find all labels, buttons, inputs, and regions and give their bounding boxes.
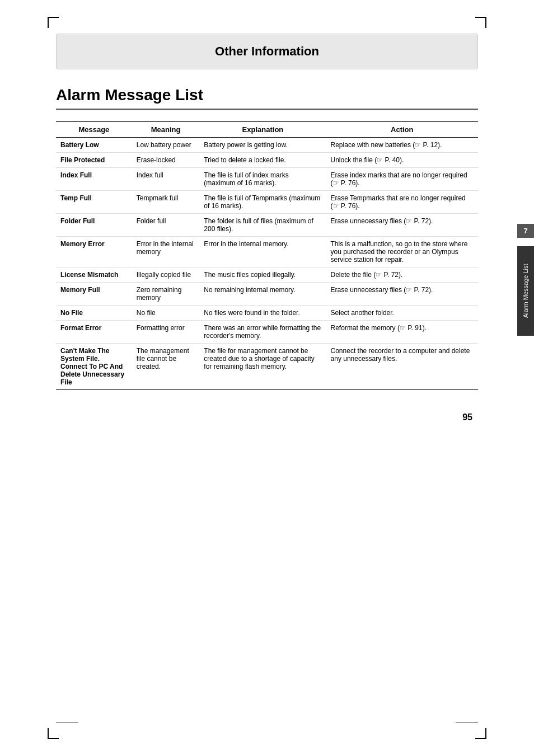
cell-message: Format Error	[56, 321, 132, 344]
page-container: 7 Alarm Message List Other Information A…	[0, 0, 534, 756]
cell-explanation: The folder is full of files (maximum of …	[199, 214, 326, 237]
cell-action: Replace with new batteries (☞ P. 12).	[326, 138, 478, 153]
cell-explanation: The music files copied illegally.	[199, 267, 326, 283]
cell-action: Erase index marks that are no longer req…	[326, 168, 478, 191]
cell-message: Memory Error	[56, 237, 132, 267]
cell-meaning: Illegally copied file	[132, 267, 200, 283]
corner-mark-tl	[48, 17, 59, 28]
cell-action: Erase unnecessary files (☞ P. 72).	[326, 214, 478, 237]
cell-action: Erase Tempmarks that are no longer requi…	[326, 191, 478, 214]
cell-meaning: The management file cannot be created.	[132, 344, 200, 390]
table-row: File ProtectedErase-lockedTried to delet…	[56, 153, 478, 168]
corner-mark-br	[475, 728, 486, 739]
cell-message: Folder Full	[56, 214, 132, 237]
cell-message: File Protected	[56, 153, 132, 168]
col-header-explanation: Explanation	[199, 122, 326, 138]
table-row: Memory ErrorError in the internal memory…	[56, 237, 478, 267]
bottom-line-left	[56, 722, 78, 722]
cell-meaning: Error in the internal memory	[132, 237, 200, 267]
cell-message: License Mismatch	[56, 267, 132, 283]
cell-action: Erase unnecessary files (☞ P. 72).	[326, 283, 478, 306]
cell-action: Delete the file (☞ P. 72).	[326, 267, 478, 283]
cell-explanation: Battery power is getting low.	[199, 138, 326, 153]
cell-meaning: Index full	[132, 168, 200, 191]
cell-action: Connect the recorder to a computer and d…	[326, 344, 478, 390]
cell-meaning: Zero remaining memory	[132, 283, 200, 306]
table-header-row: Message Meaning Explanation Action	[56, 122, 478, 138]
bottom-line-right	[456, 722, 478, 722]
cell-action: Reformat the memory (☞ P. 91).	[326, 321, 478, 344]
cell-message: Memory Full	[56, 283, 132, 306]
chapter-number: 7	[517, 224, 534, 238]
cell-message: Index Full	[56, 168, 132, 191]
cell-message: Can't Make The System File. Connect To P…	[56, 344, 132, 390]
table-row: Temp FullTempmark fullThe file is full o…	[56, 191, 478, 214]
alarm-table: Message Meaning Explanation Action Batte…	[56, 121, 478, 390]
main-content: Other Information Alarm Message List Mes…	[56, 11, 478, 422]
cell-explanation: No remaining internal memory.	[199, 283, 326, 306]
cell-meaning: Erase-locked	[132, 153, 200, 168]
table-row: Index FullIndex fullThe file is full of …	[56, 168, 478, 191]
cell-action: Select another folder.	[326, 306, 478, 321]
cell-meaning: Low battery power	[132, 138, 200, 153]
corner-mark-tr	[475, 17, 486, 28]
section-header-box: Other Information	[56, 34, 478, 69]
cell-meaning: Folder full	[132, 214, 200, 237]
cell-explanation: Error in the internal memory.	[199, 237, 326, 267]
cell-explanation: Tried to delete a locked file.	[199, 153, 326, 168]
table-row: No FileNo fileNo files were found in the…	[56, 306, 478, 321]
cell-explanation: The file for management cannot be create…	[199, 344, 326, 390]
table-body: Battery LowLow battery powerBattery powe…	[56, 138, 478, 390]
cell-explanation: The file is full of Tempmarks (maximum o…	[199, 191, 326, 214]
table-row: Memory FullZero remaining memoryNo remai…	[56, 283, 478, 306]
cell-message: Battery Low	[56, 138, 132, 153]
cell-message: No File	[56, 306, 132, 321]
section-title: Other Information	[68, 44, 466, 59]
cell-message: Temp Full	[56, 191, 132, 214]
table-row: Battery LowLow battery powerBattery powe…	[56, 138, 478, 153]
cell-action: Unlock the file (☞ P. 40).	[326, 153, 478, 168]
cell-action: This is a malfunction, so go to the stor…	[326, 237, 478, 267]
col-header-meaning: Meaning	[132, 122, 200, 138]
table-row: Folder FullFolder fullThe folder is full…	[56, 214, 478, 237]
cell-meaning: Formatting error	[132, 321, 200, 344]
cell-explanation: There was an error while formatting the …	[199, 321, 326, 344]
col-header-action: Action	[326, 122, 478, 138]
col-header-message: Message	[56, 122, 132, 138]
side-tab-label: Alarm Message List	[517, 246, 534, 336]
cell-meaning: No file	[132, 306, 200, 321]
table-row: Format ErrorFormatting errorThere was an…	[56, 321, 478, 344]
page-heading: Alarm Message List	[56, 86, 478, 110]
table-row: Can't Make The System File. Connect To P…	[56, 344, 478, 390]
cell-explanation: No files were found in the folder.	[199, 306, 326, 321]
table-row: License MismatchIllegally copied fileThe…	[56, 267, 478, 283]
cell-meaning: Tempmark full	[132, 191, 200, 214]
corner-mark-bl	[48, 728, 59, 739]
page-number: 95	[56, 412, 478, 422]
cell-explanation: The file is full of index marks (maximum…	[199, 168, 326, 191]
